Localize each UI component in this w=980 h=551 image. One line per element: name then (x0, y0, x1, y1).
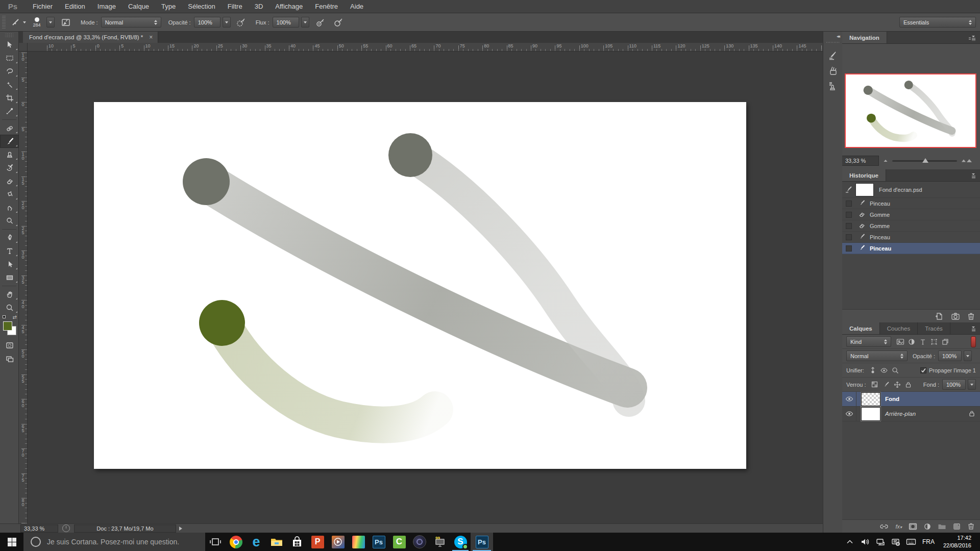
new-document-from-state-icon[interactable] (935, 312, 944, 320)
opacity-select[interactable]: 100% (194, 17, 220, 28)
cinema4d-icon[interactable] (409, 533, 430, 551)
brush-tool[interactable] (0, 135, 19, 148)
paint-bucket-tool[interactable] (0, 188, 19, 201)
menu-aide[interactable]: Aide (344, 0, 370, 13)
action-center-icon[interactable] (888, 533, 903, 551)
horizontal-ruler[interactable]: 1050510152025303540455055606570758085909… (28, 43, 823, 52)
magic-wand-tool[interactable] (0, 78, 19, 91)
menu-affichage[interactable]: Affichage (269, 0, 309, 13)
brush-size-picker[interactable]: 284 (29, 16, 44, 29)
layer-blend-mode-select[interactable]: Normal (846, 350, 908, 361)
lock-pixels-icon[interactable] (881, 380, 891, 389)
layer-thumbnail[interactable] (861, 407, 880, 421)
navigator-zoom-field[interactable]: 33,33 % (842, 156, 879, 166)
menu-filtre[interactable]: Filtre (222, 0, 249, 13)
opacity-arrow[interactable] (223, 17, 231, 28)
history-brush-tool[interactable] (0, 161, 19, 174)
layer-name[interactable]: Fond (885, 396, 899, 402)
status-options-arrow-icon[interactable] (179, 527, 182, 531)
expand-panels-icon[interactable]: ◂◂ (823, 32, 842, 40)
pen-tool[interactable] (0, 231, 19, 244)
history-snapshot-row[interactable]: Fond d'ecran.psd (842, 182, 980, 198)
history-source-checkbox[interactable] (846, 245, 852, 252)
new-adjustment-layer-icon[interactable] (924, 523, 931, 530)
filter-shape-layers-icon[interactable] (929, 337, 939, 346)
skype-icon[interactable]: S (450, 533, 471, 551)
lock-all-icon[interactable] (903, 380, 914, 389)
history-source-checkbox[interactable] (846, 201, 852, 207)
lock-position-icon[interactable] (892, 380, 902, 389)
layer-filtering-toggle[interactable] (971, 336, 976, 347)
unify-visibility-icon[interactable] (879, 366, 889, 375)
layer-opacity-select[interactable]: 100% (938, 350, 962, 361)
photoshop-active-app[interactable]: Ps (471, 533, 493, 551)
rectangular-marquee-tool[interactable] (0, 52, 19, 65)
powerpoint-icon[interactable]: P (307, 533, 328, 551)
network-icon[interactable] (873, 533, 888, 551)
menu-fenetre[interactable]: Fenêtre (309, 0, 344, 13)
volume-icon[interactable] (857, 533, 873, 551)
history-state-row[interactable]: Pinceau (842, 232, 980, 243)
airbrush-icon[interactable] (314, 16, 327, 29)
hand-tool[interactable] (0, 288, 19, 301)
photos-app-icon[interactable] (348, 533, 369, 551)
vertical-ruler[interactable]: 10505101520253035404550556065707580 (19, 52, 28, 523)
layer-fill-arrow[interactable] (968, 379, 976, 390)
history-panel-menu-icon[interactable] (968, 169, 980, 181)
document-canvas[interactable] (94, 102, 746, 469)
layer-row-arriere-plan[interactable]: Arrière-plan (842, 407, 980, 421)
filter-smart-objects-icon[interactable] (940, 337, 950, 346)
rectangle-shape-tool[interactable] (0, 271, 19, 284)
new-layer-icon[interactable] (953, 523, 961, 530)
pressure-size-icon[interactable] (332, 16, 345, 29)
zoom-out-icon[interactable] (884, 160, 888, 162)
lasso-tool[interactable] (0, 65, 19, 78)
menu-selection[interactable]: Sélection (182, 0, 221, 13)
zoom-tool[interactable] (0, 301, 19, 314)
filter-adjustment-layers-icon[interactable] (906, 337, 917, 346)
menu-image[interactable]: Image (91, 0, 122, 13)
layers-panel-menu-icon[interactable] (968, 322, 980, 334)
delete-state-icon[interactable] (967, 312, 975, 320)
pressure-opacity-icon[interactable] (235, 16, 247, 29)
tab-calques[interactable]: Calques (842, 322, 880, 334)
pasteboard[interactable] (28, 52, 823, 523)
zoom-slider-thumb[interactable] (922, 158, 928, 163)
file-explorer-icon[interactable] (266, 533, 287, 551)
new-group-icon[interactable] (938, 523, 946, 530)
layer-fill-select[interactable]: 100% (942, 379, 966, 390)
menu-fichier[interactable]: Fichier (27, 0, 59, 13)
brush-picker-arrow[interactable] (46, 17, 55, 28)
layer-name[interactable]: Arrière-plan (885, 411, 916, 417)
quick-mask-button[interactable] (0, 339, 19, 352)
propagate-frame-checkbox[interactable] (920, 367, 926, 373)
unify-position-icon[interactable] (868, 366, 878, 375)
clock-date[interactable]: 17:42 22/08/2016 (938, 534, 976, 549)
screen-recorder-icon[interactable]: 99 (430, 533, 450, 551)
layer-visibility-eye-icon[interactable] (842, 407, 856, 421)
history-source-checkbox[interactable] (846, 234, 852, 240)
layer-thumbnail[interactable] (861, 392, 880, 406)
layer-row-fond[interactable]: Fond (842, 392, 980, 407)
link-layers-icon[interactable] (879, 523, 889, 530)
history-source-checkbox[interactable] (846, 223, 852, 229)
screen-mode-button[interactable] (0, 352, 19, 365)
type-tool[interactable] (0, 244, 19, 258)
menu-calque[interactable]: Calque (122, 0, 155, 13)
brush-presets-panel-icon[interactable] (823, 63, 843, 79)
unify-style-icon[interactable] (890, 366, 900, 375)
movies-tv-icon[interactable] (328, 533, 348, 551)
tab-historique[interactable]: Historique (842, 169, 886, 181)
language-indicator[interactable]: FRA (919, 538, 938, 545)
cortana-search-box[interactable]: Je suis Cortana. Posez-moi une question. (23, 533, 205, 551)
smudge-tool[interactable] (0, 201, 19, 214)
eyedropper-tool[interactable] (0, 105, 19, 118)
document-tab[interactable]: Fond d'ecran.psd @ 33,3% (Fond, RVB/8) *… (23, 32, 158, 43)
tab-couches[interactable]: Couches (880, 322, 918, 334)
camtasia-icon[interactable]: C (389, 533, 409, 551)
history-state-row[interactable]: Pinceau (842, 198, 980, 209)
flow-arrow[interactable] (301, 17, 309, 28)
flow-select[interactable]: 100% (273, 17, 299, 28)
clone-source-panel-icon[interactable] (823, 79, 843, 94)
default-colors-icon[interactable] (3, 315, 8, 320)
